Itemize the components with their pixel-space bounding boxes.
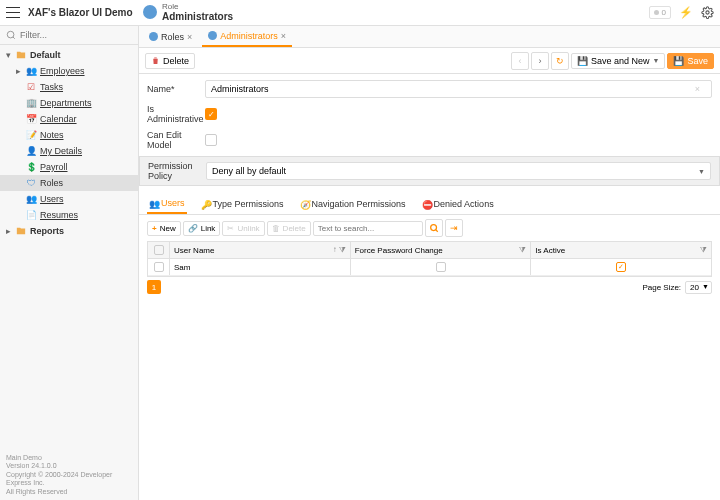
svg-line-4 xyxy=(435,230,437,232)
filter-icon[interactable]: ⧩ xyxy=(339,245,346,255)
inner-tab-denied-actions[interactable]: ⛔ Denied Actions xyxy=(420,194,496,214)
chevron-down-icon: ▼ xyxy=(702,283,709,290)
sidebar-group-reports[interactable]: ▸ Reports xyxy=(0,223,138,239)
users-grid: User Name↑⧩ Force Password Change⧩ Is Ac… xyxy=(147,241,712,277)
save-icon: 💾 xyxy=(673,56,684,66)
search-icon xyxy=(429,223,439,233)
unlink-button[interactable]: ✂Unlink xyxy=(222,221,264,236)
new-button[interactable]: +New xyxy=(147,221,181,236)
calendar-icon: 📅 xyxy=(26,114,36,124)
clear-icon[interactable]: × xyxy=(695,84,700,94)
denied-icon: ⛔ xyxy=(422,200,431,209)
folder-icon xyxy=(16,50,26,60)
users-icon: 👥 xyxy=(149,199,158,208)
trash-icon xyxy=(151,56,160,65)
sidebar-item-mydetails[interactable]: 👤 My Details xyxy=(0,143,138,159)
filter-icon[interactable]: ⧩ xyxy=(700,245,707,255)
breadcrumb: Role Administrators xyxy=(143,3,233,23)
svg-point-3 xyxy=(430,225,436,231)
next-button[interactable]: › xyxy=(531,52,549,70)
person-icon: 👤 xyxy=(26,146,36,156)
notifications-badge[interactable]: 0 xyxy=(649,6,671,19)
refresh-button[interactable]: ↻ xyxy=(551,52,569,70)
search-icon xyxy=(6,30,16,40)
can-edit-checkbox[interactable] xyxy=(205,134,217,146)
save-and-new-button[interactable]: 💾 Save and New ▼ xyxy=(571,53,665,69)
sidebar-item-tasks[interactable]: ☑ Tasks xyxy=(0,79,138,95)
object-type-label: Role xyxy=(162,3,233,12)
menu-toggle[interactable] xyxy=(6,6,20,20)
column-header-force[interactable]: Force Password Change⧩ xyxy=(351,242,532,258)
link-icon: 🔗 xyxy=(188,224,198,233)
sidebar-item-users[interactable]: 👥 Users xyxy=(0,191,138,207)
sidebar-item-departments[interactable]: 🏢 Departments xyxy=(0,95,138,111)
sidebar-item-employees[interactable]: ▸ 👥 Employees xyxy=(0,63,138,79)
page-size-label: Page Size: xyxy=(642,283,681,292)
tab-icon xyxy=(208,31,217,40)
delete-button[interactable]: Delete xyxy=(145,53,195,69)
role-icon xyxy=(143,5,157,19)
notes-icon: 📝 xyxy=(26,130,36,140)
column-header-username[interactable]: User Name↑⧩ xyxy=(170,242,351,258)
sidebar-item-resumes[interactable]: 📄 Resumes xyxy=(0,207,138,223)
sidebar-group-default[interactable]: ▾ Default xyxy=(0,47,138,63)
view-tabs: Roles × Administrators × xyxy=(139,26,720,48)
save-button[interactable]: 💾 Save xyxy=(667,53,714,69)
export-button[interactable]: ⇥ xyxy=(445,219,463,237)
svg-line-2 xyxy=(13,37,15,39)
payroll-icon: 💲 xyxy=(26,162,36,172)
page-size-select[interactable]: 20 ▼ xyxy=(685,281,712,294)
inner-tab-nav-permissions[interactable]: 🧭 Navigation Permissions xyxy=(298,194,408,214)
save-icon: 💾 xyxy=(577,56,588,66)
settings-icon[interactable] xyxy=(701,6,714,19)
sidebar: ▾ Default ▸ 👥 Employees ☑ Tasks 🏢 Depart… xyxy=(0,26,139,500)
app-title: XAF's Blazor UI Demo xyxy=(28,7,143,18)
search-button[interactable] xyxy=(425,219,443,237)
select-all-checkbox[interactable] xyxy=(154,245,164,255)
policy-select[interactable]: Deny all by default ▼ xyxy=(206,162,711,180)
sort-icon[interactable]: ↑ xyxy=(333,245,337,255)
trash-icon: 🗑 xyxy=(272,224,280,233)
grid-search-input[interactable] xyxy=(313,221,423,236)
users-icon: 👥 xyxy=(26,194,36,204)
inner-tab-type-permissions[interactable]: 🔑 Type Permissions xyxy=(199,194,286,214)
departments-icon: 🏢 xyxy=(26,98,36,108)
tab-administrators[interactable]: Administrators × xyxy=(202,26,292,47)
prev-button[interactable]: ‹ xyxy=(511,52,529,70)
object-name: Administrators xyxy=(162,11,233,22)
bolt-icon[interactable]: ⚡ xyxy=(679,6,693,19)
roles-icon: 🛡 xyxy=(26,178,36,188)
close-icon[interactable]: × xyxy=(187,32,192,42)
sidebar-filter-input[interactable] xyxy=(20,30,132,40)
people-icon: 👥 xyxy=(26,66,36,76)
grid-delete-button[interactable]: 🗑Delete xyxy=(267,221,311,236)
close-icon[interactable]: × xyxy=(281,31,286,41)
inner-tab-users[interactable]: 👥 Users xyxy=(147,194,187,214)
name-input[interactable] xyxy=(205,80,712,98)
sidebar-item-notes[interactable]: 📝 Notes xyxy=(0,127,138,143)
is-admin-checkbox[interactable]: ✓ xyxy=(205,108,217,120)
sidebar-item-roles[interactable]: 🛡 Roles xyxy=(0,175,138,191)
page-number[interactable]: 1 xyxy=(147,280,161,294)
filter-icon[interactable]: ⧩ xyxy=(519,245,526,255)
type-perm-icon: 🔑 xyxy=(201,200,210,209)
resumes-icon: 📄 xyxy=(26,210,36,220)
tab-roles[interactable]: Roles × xyxy=(143,26,198,47)
force-checkbox[interactable] xyxy=(436,262,446,272)
unlink-icon: ✂ xyxy=(227,224,234,233)
sidebar-item-payroll[interactable]: 💲 Payroll xyxy=(0,159,138,175)
name-label: Name* xyxy=(147,84,205,94)
active-checkbox[interactable]: ✓ xyxy=(616,262,626,272)
row-checkbox[interactable] xyxy=(154,262,164,272)
sidebar-item-calendar[interactable]: 📅 Calendar xyxy=(0,111,138,127)
column-header-active[interactable]: Is Active⧩ xyxy=(531,242,711,258)
is-admin-label: Is Administrative xyxy=(147,104,205,124)
folder-icon xyxy=(16,226,26,236)
table-row[interactable]: Sam ✓ xyxy=(148,259,711,276)
tasks-icon: ☑ xyxy=(26,82,36,92)
cell-username: Sam xyxy=(170,259,351,275)
policy-label: Permission Policy xyxy=(148,161,206,181)
link-button[interactable]: 🔗Link xyxy=(183,221,221,236)
svg-point-1 xyxy=(7,31,14,38)
can-edit-label: Can Edit Model xyxy=(147,130,205,150)
